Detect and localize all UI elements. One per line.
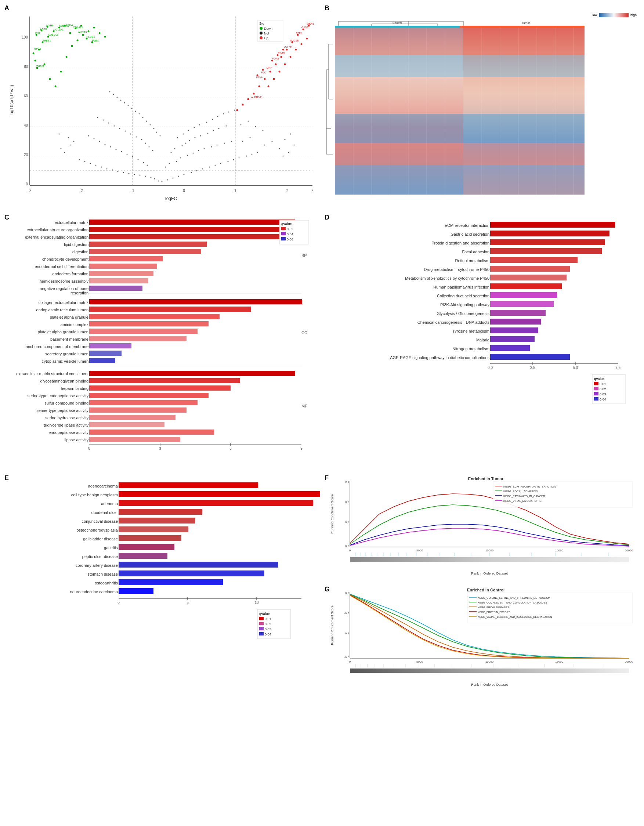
svg-point-52	[90, 163, 91, 164]
svg-rect-284	[89, 286, 143, 291]
svg-text:ACTB: ACTB	[40, 28, 47, 31]
svg-rect-393	[119, 482, 258, 488]
svg-point-39	[209, 167, 210, 168]
svg-rect-405	[119, 535, 182, 541]
svg-text:0.5: 0.5	[345, 480, 349, 483]
svg-point-101	[130, 134, 132, 135]
panel-d: D ECM-receptor interaction Gastric acid …	[324, 213, 640, 470]
svg-rect-337	[281, 227, 286, 230]
svg-text:CTSE: CTSE	[256, 76, 263, 78]
svg-rect-288	[89, 299, 302, 304]
svg-point-82	[174, 148, 175, 149]
svg-text:0.02: 0.02	[600, 387, 606, 391]
svg-rect-294	[89, 321, 208, 326]
svg-point-64	[204, 148, 205, 149]
svg-text:adenocarcinoma: adenocarcinoma	[88, 484, 118, 488]
svg-text:60: 60	[24, 94, 28, 98]
svg-text:GKN2: GKN2	[301, 26, 309, 29]
svg-point-66	[217, 144, 218, 146]
svg-point-72	[132, 157, 133, 157]
svg-text:0.02: 0.02	[287, 227, 293, 231]
svg-point-164	[88, 31, 90, 32]
svg-rect-409	[119, 553, 168, 559]
svg-point-44	[112, 169, 113, 171]
svg-text:digestion: digestion	[72, 250, 88, 254]
svg-text:gastritis: gastritis	[104, 545, 118, 550]
svg-rect-318	[89, 407, 186, 413]
svg-text:Control: Control	[393, 21, 402, 25]
svg-point-129	[139, 113, 140, 115]
svg-rect-360	[490, 292, 557, 298]
svg-point-168	[70, 32, 71, 34]
svg-text:7.5: 7.5	[615, 366, 621, 370]
svg-text:serine-type endopeptidase acti: serine-type endopeptidase activity	[28, 394, 89, 398]
svg-point-140	[70, 144, 71, 146]
svg-text:MYH9: MYH9	[46, 24, 54, 27]
svg-point-69	[147, 165, 148, 166]
svg-rect-431	[259, 627, 264, 630]
panel-g: G Enriched in Control Running Enrichment…	[324, 585, 640, 694]
svg-text:KEGG_FOCAL_ADHESION: KEGG_FOCAL_ADHESION	[503, 490, 538, 493]
panel-e: E adenocarcinoma cell type benign neopla…	[4, 474, 320, 694]
svg-point-115	[217, 116, 219, 117]
svg-text:serine hydrolase activity: serine hydrolase activity	[45, 416, 89, 420]
svg-text:laminin complex: laminin complex	[59, 322, 88, 327]
svg-rect-401	[119, 518, 195, 523]
svg-point-45	[228, 161, 229, 162]
panel-b-label: B	[324, 5, 329, 12]
svg-text:Chemical carcinogenesis - DNA : Chemical carcinogenesis - DNA adducts	[417, 320, 490, 324]
colorbar-gradient	[599, 13, 628, 17]
svg-rect-341	[281, 237, 286, 241]
svg-text:Down: Down	[264, 27, 272, 31]
svg-text:qvalue: qvalue	[281, 222, 292, 226]
svg-rect-415	[119, 579, 223, 585]
svg-rect-350	[490, 248, 602, 254]
svg-point-51	[246, 156, 247, 157]
svg-rect-290	[89, 307, 251, 312]
svg-point-61	[187, 155, 188, 156]
svg-point-79	[94, 138, 95, 140]
svg-text:Malaria: Malaria	[476, 338, 490, 342]
svg-point-145	[288, 152, 289, 153]
svg-rect-346	[490, 231, 610, 236]
svg-point-189	[253, 93, 255, 95]
svg-point-93	[250, 137, 251, 138]
svg-point-105	[108, 123, 109, 124]
svg-point-49	[239, 157, 240, 158]
svg-text:PGA5: PGA5	[278, 52, 285, 54]
svg-text:qvalue: qvalue	[259, 612, 270, 616]
svg-point-99	[141, 139, 143, 140]
svg-text:5000: 5000	[416, 549, 423, 552]
svg-point-199	[262, 69, 264, 71]
svg-point-33	[191, 172, 192, 173]
disease-chart-svg: adenocarcinoma cell type benign neoplasm…	[4, 474, 320, 690]
svg-point-94	[264, 144, 265, 146]
svg-point-205	[236, 109, 238, 111]
svg-point-86	[195, 137, 196, 138]
svg-point-124	[156, 132, 157, 133]
svg-rect-407	[119, 544, 174, 550]
svg-text:6: 6	[230, 446, 232, 450]
svg-rect-246	[335, 143, 585, 165]
svg-point-141	[73, 141, 74, 142]
svg-text:COL4A1: COL4A1	[73, 26, 83, 29]
svg-text:AGE-RAGE signaling pathway in : AGE-RAGE signaling pathway in diabetic c…	[390, 356, 489, 360]
svg-rect-302	[89, 351, 121, 356]
svg-point-143	[59, 134, 60, 135]
svg-point-183	[286, 49, 288, 51]
svg-point-117	[228, 112, 230, 113]
svg-point-60	[180, 157, 181, 158]
svg-point-65	[211, 146, 212, 148]
svg-text:ECM-receptor interaction: ECM-receptor interaction	[445, 223, 489, 228]
svg-text:lipid digestion: lipid digestion	[64, 242, 88, 247]
svg-text:coronary artery disease: coronary artery disease	[76, 563, 118, 568]
svg-point-136	[113, 94, 114, 95]
svg-text:KEGG_VALINE_LEUCINE_AND_ISOLEU: KEGG_VALINE_LEUCINE_AND_ISOLEUCINE_DEGRA…	[478, 616, 552, 619]
svg-rect-269	[89, 234, 284, 239]
svg-point-176	[33, 53, 34, 54]
svg-point-36	[134, 174, 135, 175]
svg-text:0: 0	[118, 601, 120, 605]
svg-point-174	[34, 60, 36, 62]
svg-point-152	[60, 71, 62, 73]
svg-point-62	[193, 153, 194, 154]
